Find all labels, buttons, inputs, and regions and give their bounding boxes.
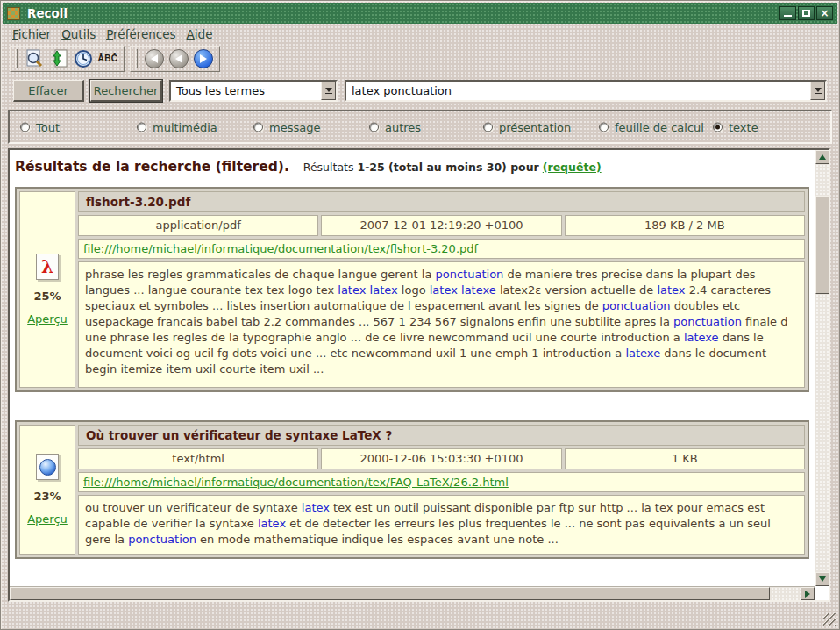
result-title: Où trouver un vérificateur de syntaxe La…	[78, 425, 805, 446]
scroll-up-button[interactable]	[815, 150, 829, 164]
chevron-down-icon	[815, 88, 822, 92]
update-index-button[interactable]	[47, 47, 70, 70]
search-query-combo[interactable]	[345, 80, 827, 102]
result-url-link[interactable]: file:///home/michael/informatique/docume…	[83, 242, 478, 255]
relevance-percent: 23%	[33, 490, 61, 503]
html-file-icon	[36, 454, 59, 480]
search-mode-dropdown-button[interactable]	[321, 82, 336, 100]
result-details: Où trouver un vérificateur de syntaxe La…	[78, 425, 805, 555]
search-button[interactable]: Rechercher	[90, 80, 162, 102]
arrow-down-icon	[819, 576, 826, 582]
result-snippet: phrase les regles grammaticales de chaqu…	[78, 261, 805, 388]
filter-autres[interactable]: autres	[369, 120, 421, 133]
results-range: 1-25 (total au moins 30) pour	[357, 161, 538, 174]
search-mode-value: Tous les termes	[171, 82, 321, 100]
preview-link[interactable]: Aperçu	[27, 312, 68, 326]
filter-bar: Tout multimédia message autres présentat…	[8, 110, 832, 144]
filter-label: feuille de calcul	[615, 120, 704, 133]
close-button[interactable]: ×	[816, 6, 833, 20]
filter-label: multimédia	[153, 120, 217, 133]
relevance-percent: 25%	[33, 290, 61, 303]
result-details: flshort-3.20.pdf application/pdf 2007-12…	[78, 191, 805, 388]
preview-link[interactable]: Aperçu	[27, 512, 68, 526]
horizontal-scroll-thumb[interactable]	[10, 587, 770, 600]
result-meta-row: text/html 2000-12-06 15:03:30 +0100 1 KB	[78, 448, 805, 469]
filter-presentation[interactable]: présentation	[483, 120, 571, 133]
recoll-window: Recoll × Fichier Outils Préférences Aide	[0, 0, 840, 630]
toolbar-handle[interactable]	[135, 49, 138, 68]
filter-texte[interactable]: texte	[713, 120, 758, 133]
result-side-panel: λ 25% Aperçu	[19, 191, 75, 388]
result-url-link[interactable]: file:///home/michael/informatique/docume…	[83, 476, 509, 489]
close-icon: ×	[820, 8, 829, 18]
toolbar-group-nav	[130, 46, 220, 72]
radio-icon[interactable]	[483, 122, 493, 132]
scroll-right-button[interactable]	[801, 587, 815, 600]
result-item: 23% Aperçu Où trouver un vérificateur de…	[15, 420, 809, 559]
menu-preferences[interactable]: Préférences	[106, 27, 175, 41]
scroll-down-button[interactable]	[815, 572, 829, 586]
menu-fichier[interactable]: Fichier	[12, 27, 51, 41]
vertical-scroll-thumb[interactable]	[815, 196, 829, 294]
filter-label: message	[269, 120, 320, 133]
menu-aide[interactable]: Aide	[187, 27, 213, 41]
next-page-button[interactable]	[192, 47, 215, 70]
radio-icon[interactable]	[137, 122, 146, 132]
history-button[interactable]	[72, 47, 95, 70]
filter-label: autres	[385, 120, 421, 133]
result-mime: application/pdf	[78, 215, 318, 236]
search-query-dropdown-button[interactable]	[810, 82, 825, 100]
search-input[interactable]	[346, 82, 810, 100]
globe-icon	[39, 459, 56, 476]
abc-spell-icon: ÂBĈ	[97, 54, 117, 63]
previous-page-button[interactable]	[167, 47, 190, 70]
filter-label: présentation	[499, 120, 571, 133]
first-page-button[interactable]	[143, 47, 166, 70]
radio-icon[interactable]	[599, 122, 609, 132]
result-snippet: ou trouver un verificateur de syntaxe la…	[78, 495, 805, 555]
preview-document-button[interactable]	[23, 47, 46, 70]
result-side-panel: 23% Aperçu	[19, 425, 75, 555]
menubar: Fichier Outils Préférences Aide	[3, 25, 837, 43]
result-url-row: file:///home/michael/informatique/docume…	[78, 472, 805, 492]
result-size: 189 KB / 2 MB	[565, 215, 805, 236]
result-date: 2007-12-01 12:19:20 +0100	[321, 215, 561, 236]
next-page-icon	[194, 49, 213, 68]
filter-multimedia[interactable]: multimédia	[137, 120, 217, 133]
result-meta-row: application/pdf 2007-12-01 12:19:20 +010…	[78, 215, 805, 236]
toolbar: ÂBĈ	[3, 44, 837, 73]
search-mode-select[interactable]: Tous les termes	[169, 80, 338, 102]
menu-outils[interactable]: Outils	[61, 27, 96, 41]
titlebar[interactable]: Recoll ×	[3, 3, 837, 24]
radio-icon[interactable]	[369, 122, 379, 132]
toolbar-group-main: ÂBĈ	[10, 46, 125, 72]
document-updown-arrow-icon	[48, 48, 69, 69]
results-title: Résultats de la recherche (filtered).	[15, 159, 289, 175]
horizontal-scrollbar[interactable]	[10, 586, 815, 600]
result-date: 2000-12-06 15:03:30 +0100	[321, 448, 561, 469]
arrow-right-icon	[805, 591, 810, 598]
result-mime: text/html	[78, 448, 318, 469]
radio-icon[interactable]	[20, 122, 30, 132]
resize-grip[interactable]	[823, 613, 836, 626]
first-page-icon	[145, 49, 164, 68]
filter-feuille-de-calcul[interactable]: feuille de calcul	[599, 120, 704, 133]
filter-label: Tout	[36, 120, 60, 133]
radio-icon[interactable]	[253, 122, 263, 132]
vertical-scrollbar[interactable]	[815, 150, 829, 586]
radio-icon[interactable]	[713, 122, 723, 132]
filter-label: texte	[729, 120, 758, 133]
filter-message[interactable]: message	[253, 120, 320, 133]
toolbar-handle[interactable]	[15, 49, 18, 68]
search-row: Effacer Rechercher Tous les termes	[1, 78, 839, 104]
minimize-icon	[784, 10, 792, 17]
maximize-button[interactable]	[798, 6, 815, 20]
results-header: Résultats de la recherche (filtered).Rés…	[10, 150, 815, 175]
clear-button[interactable]: Effacer	[13, 80, 84, 102]
query-link[interactable]: (requête)	[543, 161, 602, 174]
scrollbar-corner	[815, 586, 829, 600]
filter-tout[interactable]: Tout	[20, 120, 60, 133]
term-explorer-button[interactable]: ÂBĈ	[96, 47, 119, 70]
arrow-up-icon	[819, 154, 826, 160]
minimize-button[interactable]	[779, 6, 796, 20]
